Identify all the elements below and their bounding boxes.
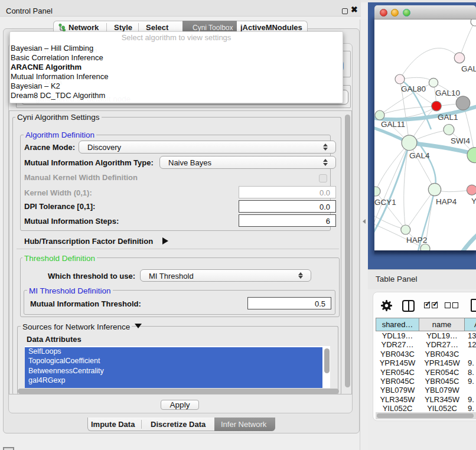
svg-text:GAL11: GAL11 [381,120,405,129]
svg-text:GAL1: GAL1 [438,113,458,122]
svg-text:HAP2: HAP2 [406,236,427,244]
svg-text:GAL4: GAL4 [409,151,430,160]
svg-text:GAL10: GAL10 [435,89,460,97]
svg-text:GAL80: GAL80 [401,84,426,93]
svg-text:SWI4: SWI4 [451,136,470,145]
svg-text:GAL2: GAL2 [461,64,476,73]
svg-text:HAP4: HAP4 [436,197,457,206]
svg-text:Y: Y [471,197,476,206]
svg-text:GCY1: GCY1 [374,198,396,207]
